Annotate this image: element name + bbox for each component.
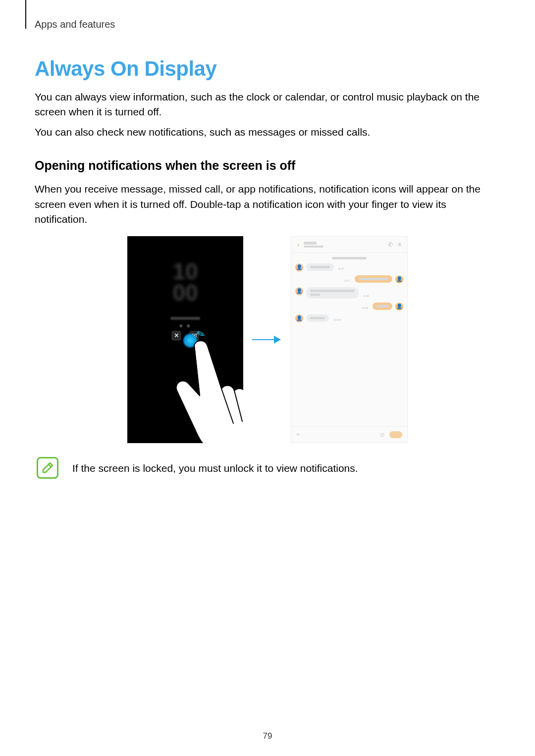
call-icon[interactable]: ✆ xyxy=(388,241,393,248)
hand-illustration xyxy=(167,330,243,443)
conversation-date xyxy=(291,253,407,263)
aod-minute: 00 xyxy=(172,282,198,304)
message-row-out: 9:48 👤 xyxy=(295,302,403,310)
instruction-paragraph: When you receive message, missed call, o… xyxy=(35,182,500,227)
timestamp: 10:00 xyxy=(332,318,342,322)
message-bubble xyxy=(373,302,392,310)
messages-screen: ‹ ✆ ≡ 👤 9:4 xyxy=(291,236,408,443)
message-bubble xyxy=(306,287,359,299)
contact-name xyxy=(304,242,323,248)
timestamp: 9:47 xyxy=(337,267,346,271)
message-row-in: 👤 10:00 xyxy=(295,314,403,322)
timestamp: 9:47 xyxy=(343,279,352,283)
intro-paragraph-1: You can always view information, such as… xyxy=(35,90,500,120)
message-bubble xyxy=(306,314,329,322)
message-bubble xyxy=(306,263,334,271)
timestamp: 9:48 xyxy=(362,295,371,299)
aod-hour: 10 xyxy=(172,261,198,283)
emoji-icon[interactable]: ☺ xyxy=(379,431,385,438)
message-row-out: 9:47 👤 xyxy=(295,275,403,283)
send-button[interactable] xyxy=(389,431,402,438)
menu-icon[interactable]: ≡ xyxy=(398,241,401,248)
section-header: Apps and features xyxy=(35,19,115,30)
page-number: 79 xyxy=(263,731,272,741)
avatar: 👤 xyxy=(395,302,403,310)
message-row-in: 👤 9:48 xyxy=(295,287,403,299)
aod-indicators: ■ ■ xyxy=(179,323,191,328)
arrow-icon xyxy=(252,335,282,345)
subheading: Opening notifications when the screen is… xyxy=(35,158,500,173)
messages-header: ‹ ✆ ≡ xyxy=(291,237,407,253)
message-row-in: 👤 9:47 xyxy=(295,263,403,271)
note-text: If the screen is locked, you must unlock… xyxy=(72,457,358,476)
aod-clock: 10 00 xyxy=(172,261,198,304)
intro-paragraph-2: You can also check new notifications, su… xyxy=(35,125,500,140)
avatar: 👤 xyxy=(395,275,403,283)
conversation-body: 👤 9:47 9:47 👤 👤 9:48 xyxy=(291,263,407,322)
side-rule xyxy=(25,0,26,29)
attach-icon[interactable]: 𝄐 xyxy=(296,431,300,439)
aod-date xyxy=(170,315,200,321)
back-icon[interactable]: ‹ xyxy=(297,241,300,249)
message-bubble xyxy=(355,275,392,283)
figure-row: 10 00 ■ ■ ✕ ✉ ✎ xyxy=(35,236,500,443)
avatar: 👤 xyxy=(295,314,303,322)
page-title: Always On Display xyxy=(35,57,500,81)
avatar: 👤 xyxy=(295,263,303,271)
avatar: 👤 xyxy=(295,287,303,295)
note-callout: If the screen is locked, you must unlock… xyxy=(37,457,500,479)
note-icon xyxy=(37,457,58,479)
aod-screen: 10 00 ■ ■ ✕ ✉ ✎ xyxy=(127,236,243,443)
message-input-bar: 𝄐 ☺ xyxy=(291,426,407,443)
timestamp: 9:48 xyxy=(361,306,370,310)
